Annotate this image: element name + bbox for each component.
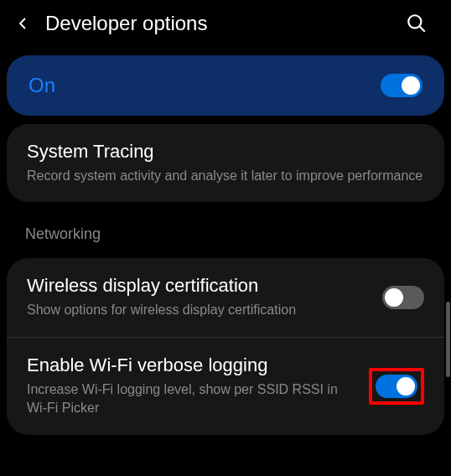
master-toggle-label: On	[29, 74, 55, 97]
highlight-annotation	[369, 368, 424, 405]
wifi-verbose-title: Enable Wi-Fi verbose logging	[27, 354, 355, 376]
toggle-knob	[402, 76, 420, 95]
wifi-verbose-logging-item[interactable]: Enable Wi-Fi verbose logging Increase Wi…	[7, 337, 444, 435]
page-title: Developer options	[45, 12, 391, 35]
wireless-display-description: Show options for wireless display certif…	[27, 301, 369, 319]
wifi-verbose-toggle[interactable]	[376, 375, 417, 398]
system-tracing-card[interactable]: System Tracing Record system activity an…	[7, 124, 444, 202]
wifi-verbose-description: Increase Wi-Fi logging level, show per S…	[27, 380, 355, 418]
scrollbar[interactable]	[446, 302, 450, 377]
svg-line-1	[419, 26, 425, 32]
system-tracing-description: Record system activity and analyse it la…	[27, 167, 424, 185]
developer-options-master-toggle[interactable]: On	[7, 55, 444, 116]
system-tracing-item[interactable]: System Tracing Record system activity an…	[7, 124, 444, 202]
toggle-knob	[397, 377, 415, 396]
networking-section-header: Networking	[0, 210, 451, 250]
wireless-display-certification-item[interactable]: Wireless display certification Show opti…	[7, 258, 444, 336]
header-bar: Developer options	[0, 0, 451, 47]
wireless-display-title: Wireless display certification	[27, 275, 369, 297]
master-toggle-switch[interactable]	[381, 74, 422, 97]
search-icon[interactable]	[406, 13, 428, 34]
toggle-knob	[385, 288, 403, 307]
system-tracing-title: System Tracing	[27, 141, 424, 163]
wireless-display-toggle[interactable]	[382, 286, 424, 309]
networking-card: Wireless display certification Show opti…	[7, 258, 444, 434]
svg-point-0	[408, 15, 421, 28]
back-icon[interactable]	[15, 13, 30, 34]
